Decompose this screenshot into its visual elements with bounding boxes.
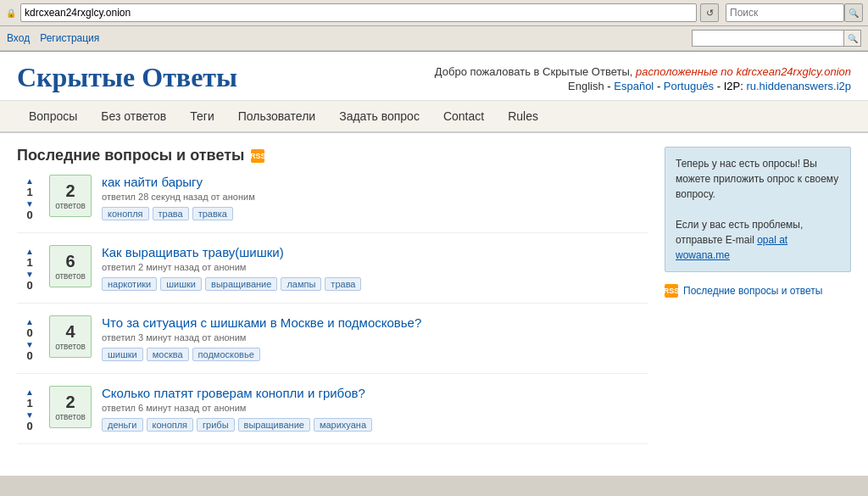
nav-unanswered[interactable]: Без ответов	[89, 101, 178, 131]
vote-up-count: 1	[26, 257, 32, 268]
lang-english[interactable]: English	[568, 80, 604, 92]
question-tag[interactable]: трава	[153, 207, 189, 220]
question-tags: наркотикишишкивыращиваниелампытрава	[102, 277, 648, 291]
answer-count-label: ответов	[55, 271, 86, 281]
vote-down-button[interactable]: ▼	[21, 338, 38, 350]
answer-count: 2	[65, 393, 75, 410]
vote-down-count: 0	[26, 350, 32, 361]
question-meta: ответил 2 минут назад от аноним	[102, 262, 648, 272]
answer-count: 4	[65, 323, 75, 340]
question-item: ▲ 0 ▼ 0 4 ответов Что за ситуация с шишк…	[17, 315, 648, 374]
question-tag[interactable]: подмосковье	[192, 348, 260, 361]
lang-i2p[interactable]: ru.hiddenanswers.i2p	[746, 80, 851, 92]
lang-espanol[interactable]: Español	[614, 80, 654, 92]
refresh-button[interactable]: ↺	[700, 3, 719, 22]
toolbar-register-link[interactable]: Регистрация	[40, 32, 99, 44]
question-meta: ответил 28 секунд назад от аноним	[102, 192, 648, 202]
question-tag[interactable]: лампы	[281, 277, 321, 291]
vote-up-count: 0	[26, 327, 32, 338]
toolbar-search-icon[interactable]: 🔍	[844, 30, 861, 47]
question-meta: ответил 6 минут назад от аноним	[102, 403, 648, 413]
vote-up-button[interactable]: ▲	[21, 315, 38, 327]
question-tag[interactable]: шишки	[160, 277, 202, 291]
browser-search-button[interactable]: 🔍	[844, 3, 863, 22]
lang-portugues[interactable]: Português	[664, 80, 714, 92]
answer-count-label: ответов	[55, 412, 86, 421]
question-title[interactable]: Что за ситуация с шишками в Москве и под…	[102, 315, 421, 330]
answer-count-label: ответов	[55, 342, 86, 351]
nav-users[interactable]: Пользователи	[226, 101, 327, 131]
question-tag[interactable]: марихуана	[314, 418, 372, 432]
question-tag[interactable]: трава	[325, 277, 361, 291]
vote-down-count: 0	[26, 280, 32, 291]
answer-count: 6	[65, 253, 75, 270]
question-title[interactable]: как найти барыгу	[102, 175, 203, 189]
question-tags: деньгиконоплягрибывыращиваниемарихуана	[102, 418, 648, 432]
question-item: ▲ 1 ▼ 0 2 ответов Сколько платят гровера…	[17, 386, 648, 444]
vote-up-button[interactable]: ▲	[21, 175, 38, 187]
sidebar-rss-icon: RSS	[665, 284, 678, 298]
answer-count-box: 6 ответов	[49, 245, 92, 287]
questions-list: ▲ 1 ▼ 0 2 ответов как найти барыгу ответ…	[17, 175, 648, 444]
header-welcome: Добро пожаловать в Скрытые Ответы, распо…	[435, 65, 851, 78]
question-title[interactable]: Сколько платят гроверам конопли и грибов…	[102, 386, 365, 400]
question-tag[interactable]: москва	[147, 348, 189, 361]
question-tags: коноплятраватравка	[102, 207, 648, 220]
question-tag[interactable]: конопля	[102, 207, 149, 220]
browser-security-icon: 🔒	[5, 7, 17, 19]
answer-count-box: 2 ответов	[49, 386, 92, 428]
sidebar-notice-text: Теперь у нас есть опросы! Вы можете прил…	[676, 158, 838, 200]
answer-count: 2	[65, 182, 75, 199]
sidebar-rss-link[interactable]: RSS Последние вопросы и ответы	[665, 284, 851, 298]
answer-count-label: ответов	[55, 201, 86, 210]
nav-tags[interactable]: Теги	[178, 101, 225, 131]
section-title-text: Последние вопросы и ответы	[17, 147, 244, 164]
vote-box: ▲ 0 ▼ 0	[17, 315, 42, 361]
question-tag[interactable]: выращивание	[205, 277, 277, 291]
main-content: Последние вопросы и ответы RSS ▲ 1 ▼ 0 2…	[17, 147, 648, 456]
vote-up-button[interactable]: ▲	[21, 245, 38, 257]
vote-down-count: 0	[26, 421, 32, 432]
question-tag[interactable]: травка	[192, 207, 233, 220]
site-title: Скрытые Ответы	[17, 62, 237, 93]
question-tag[interactable]: деньги	[102, 418, 143, 432]
nav-rules[interactable]: Rules	[496, 101, 550, 131]
question-tags: шишкимоскваподмосковье	[102, 348, 648, 361]
nav-ask[interactable]: Задать вопрос	[327, 101, 431, 131]
toolbar-login-link[interactable]: Вход	[7, 32, 30, 44]
question-item: ▲ 1 ▼ 0 6 ответов Как выращивать траву(ш…	[17, 245, 648, 304]
question-body: Как выращивать траву(шишки) ответил 2 ми…	[102, 245, 648, 291]
rss-icon[interactable]: RSS	[251, 149, 264, 163]
question-body: Что за ситуация с шишками в Москве и под…	[102, 315, 648, 361]
vote-box: ▲ 1 ▼ 0	[17, 245, 42, 291]
nav-questions[interactable]: Вопросы	[17, 101, 89, 131]
toolbar-search-input[interactable]	[692, 30, 844, 47]
question-body: Сколько платят гроверам конопли и грибов…	[102, 386, 648, 432]
vote-down-button[interactable]: ▼	[21, 268, 38, 280]
question-item: ▲ 1 ▼ 0 2 ответов как найти барыгу ответ…	[17, 175, 648, 233]
main-nav: Вопросы Без ответов Теги Пользователи За…	[0, 101, 868, 133]
question-title[interactable]: Как выращивать траву(шишки)	[102, 245, 284, 259]
question-body: как найти барыгу ответил 28 секунд назад…	[102, 175, 648, 220]
vote-up-button[interactable]: ▲	[21, 386, 38, 398]
question-tag[interactable]: наркотики	[102, 277, 157, 291]
answer-count-box: 2 ответов	[49, 175, 92, 217]
vote-down-count: 0	[26, 209, 32, 220]
vote-box: ▲ 1 ▼ 0	[17, 386, 42, 432]
vote-down-button[interactable]: ▼	[21, 198, 38, 209]
vote-down-button[interactable]: ▼	[21, 409, 38, 421]
question-tag[interactable]: шишки	[102, 348, 143, 361]
vote-up-count: 1	[26, 187, 32, 198]
question-tag[interactable]: конопля	[147, 418, 194, 432]
nav-contact[interactable]: Contact	[431, 101, 496, 131]
question-tag[interactable]: выращивание	[238, 418, 310, 432]
sidebar-rss-label: Последние вопросы и ответы	[683, 285, 822, 297]
sidebar: Теперь у нас есть опросы! Вы можете прил…	[665, 147, 851, 456]
vote-up-count: 1	[26, 398, 32, 409]
vote-box: ▲ 1 ▼ 0	[17, 175, 42, 220]
question-meta: ответил 3 минут назад от аноним	[102, 332, 648, 343]
question-tag[interactable]: грибы	[197, 418, 234, 432]
header-languages: English - Español - Português - I2P: ru.…	[435, 80, 851, 92]
browser-search-input[interactable]	[726, 3, 844, 22]
address-bar-input[interactable]	[20, 3, 697, 22]
